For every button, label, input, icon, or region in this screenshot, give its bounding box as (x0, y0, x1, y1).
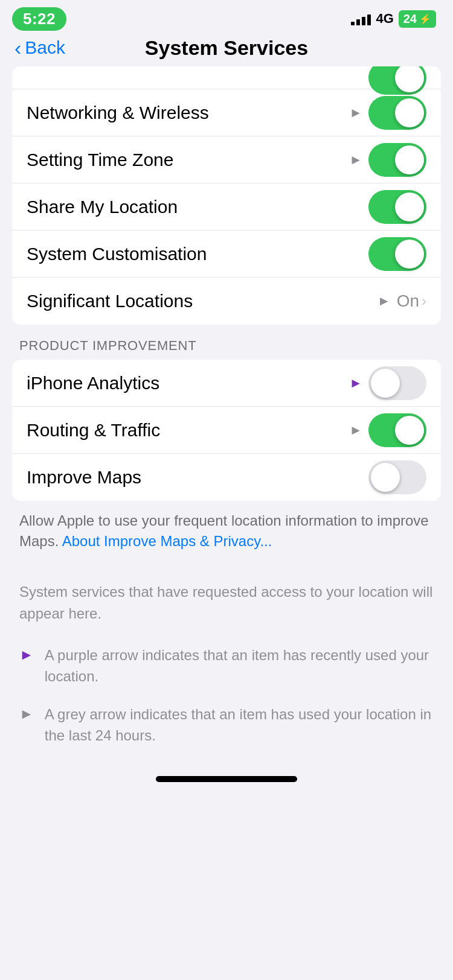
grey-arrow-description: A grey arrow indicates that an item has … (45, 704, 434, 746)
share-my-location-label: Share My Location (27, 197, 178, 217)
routing-traffic-arrow-icon: ► (349, 422, 362, 438)
iphone-analytics-thumb (371, 369, 400, 398)
signal-bar-3 (362, 17, 365, 25)
signal-bar-4 (367, 14, 371, 25)
back-button[interactable]: ‹ Back (14, 37, 65, 58)
networking-wireless-toggle[interactable] (368, 96, 426, 130)
routing-traffic-right: ► (349, 413, 426, 447)
signal-bars-icon (351, 12, 371, 25)
status-time: 5:22 (12, 7, 66, 31)
purple-arrow-description: A purple arrow indicates that an item ha… (45, 645, 434, 687)
improve-maps-privacy-link-text: About Improve Maps & Privacy... (62, 533, 272, 549)
routing-traffic-label: Routing & Traffic (27, 420, 160, 441)
setting-time-zone-right: ► (349, 143, 426, 177)
significant-locations-label: Significant Locations (27, 291, 193, 311)
networking-wireless-arrow-icon: ► (349, 105, 362, 121)
significant-locations-chevron-icon: › (422, 293, 426, 310)
top-section-card: Networking & Wireless ► Setting Time Zon… (12, 66, 441, 325)
iphone-analytics-left: iPhone Analytics (27, 373, 159, 393)
iphone-analytics-toggle[interactable] (368, 366, 426, 400)
info-row-purple: ► A purple arrow indicates that an item … (19, 645, 434, 687)
system-customisation-left: System Customisation (27, 244, 207, 264)
purple-arrow-icon: ► (19, 646, 34, 663)
setting-time-zone-left: Setting Time Zone (27, 150, 173, 170)
share-my-location-thumb (395, 192, 424, 221)
routing-traffic-thumb (395, 416, 424, 445)
networking-wireless-row: Networking & Wireless ► (12, 89, 441, 136)
iphone-analytics-right: ► (349, 366, 426, 400)
battery-indicator: 24 ⚡ (399, 10, 436, 28)
info-section: System services that have requested acce… (19, 581, 434, 746)
improve-maps-privacy-link[interactable]: About Improve Maps & Privacy... (62, 533, 272, 549)
product-improvement-card: iPhone Analytics ► Routing & Traffic ► I… (12, 360, 441, 501)
routing-traffic-row: Routing & Traffic ► (12, 407, 441, 454)
page-title: System Services (145, 36, 308, 60)
setting-time-zone-thumb (395, 145, 424, 174)
share-my-location-right (368, 190, 426, 224)
improve-maps-footer: Allow Apple to use your frequent locatio… (19, 511, 434, 551)
significant-locations-value-container: On › (397, 291, 426, 311)
significant-locations-right: ► On › (378, 291, 426, 311)
product-improvement-header: PRODUCT IMPROVEMENT (0, 325, 453, 360)
network-type: 4G (376, 11, 393, 27)
share-my-location-left: Share My Location (27, 197, 178, 217)
partial-toggle-thumb (395, 66, 424, 92)
share-my-location-row: Share My Location (12, 183, 441, 231)
improve-maps-label: Improve Maps (27, 467, 141, 488)
networking-wireless-label: Networking & Wireless (27, 103, 209, 123)
system-customisation-right (368, 237, 426, 271)
system-customisation-row: System Customisation (12, 231, 441, 278)
networking-wireless-thumb (395, 98, 424, 127)
improve-maps-toggle[interactable] (368, 460, 426, 494)
signal-bar-1 (351, 22, 355, 25)
info-main-text: System services that have requested acce… (19, 581, 434, 625)
improve-maps-left: Improve Maps (27, 467, 141, 488)
system-customisation-label: System Customisation (27, 244, 207, 264)
back-chevron-icon: ‹ (14, 37, 21, 58)
home-bar (156, 776, 297, 782)
signal-bar-2 (356, 19, 360, 25)
improve-maps-thumb (371, 463, 400, 492)
significant-locations-left: Significant Locations (27, 291, 193, 311)
iphone-analytics-label: iPhone Analytics (27, 373, 159, 393)
system-customisation-toggle[interactable] (368, 237, 426, 271)
nav-bar: ‹ Back System Services (0, 33, 453, 66)
setting-time-zone-toggle[interactable] (368, 143, 426, 177)
setting-time-zone-label: Setting Time Zone (27, 150, 173, 170)
significant-locations-arrow-icon: ► (378, 293, 391, 309)
routing-traffic-left: Routing & Traffic (27, 420, 160, 441)
share-my-location-toggle[interactable] (368, 190, 426, 224)
grey-arrow-icon: ► (19, 705, 34, 722)
system-customisation-thumb (395, 240, 424, 269)
networking-wireless-right: ► (349, 96, 426, 130)
iphone-analytics-arrow-icon: ► (349, 375, 362, 391)
back-label: Back (25, 37, 65, 58)
routing-traffic-toggle[interactable] (368, 413, 426, 447)
significant-locations-row[interactable]: Significant Locations ► On › (12, 278, 441, 325)
improve-maps-row: Improve Maps (12, 454, 441, 501)
improve-maps-right (368, 460, 426, 494)
partial-row (12, 66, 441, 89)
info-row-grey: ► A grey arrow indicates that an item ha… (19, 704, 434, 746)
status-bar: 5:22 4G 24 ⚡ (0, 0, 453, 33)
home-indicator (0, 764, 453, 792)
iphone-analytics-row: iPhone Analytics ► (12, 360, 441, 407)
battery-level: 24 (403, 12, 417, 26)
significant-locations-value: On (397, 291, 419, 311)
setting-time-zone-arrow-icon: ► (349, 152, 362, 168)
battery-charging-icon: ⚡ (419, 13, 431, 25)
setting-time-zone-row: Setting Time Zone ► (12, 136, 441, 183)
status-right: 4G 24 ⚡ (351, 10, 436, 28)
networking-wireless-left: Networking & Wireless (27, 103, 209, 123)
